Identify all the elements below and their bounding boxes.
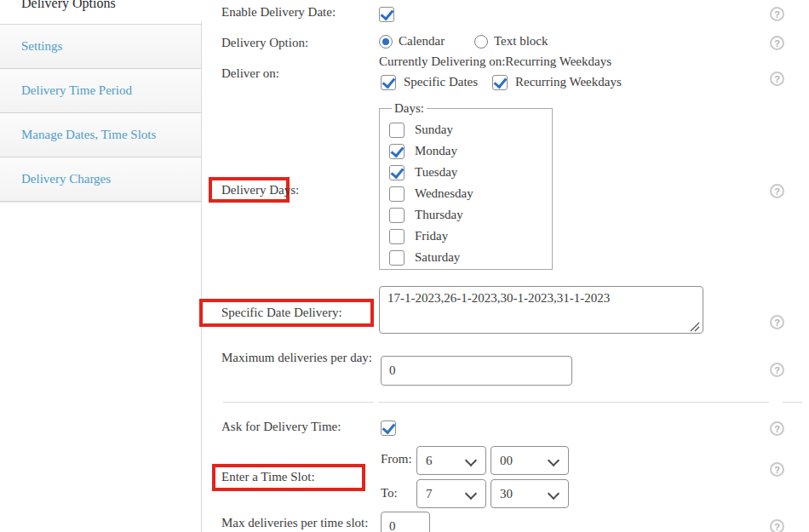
monday-checkbox[interactable] — [389, 144, 404, 159]
day-row: Monday — [388, 142, 552, 163]
day-row: Thursday — [388, 206, 552, 227]
enter-a-time-slot-label: Enter a Time Slot: — [221, 469, 379, 485]
resize-grip-icon[interactable] — [690, 322, 700, 332]
to-minute-value: 30 — [500, 487, 513, 501]
chevron-down-icon — [465, 455, 477, 466]
from-hour-select[interactable]: 6 — [416, 446, 486, 475]
help-icon[interactable]: ? — [770, 72, 784, 86]
enable-delivery-date-label: Enable Delivery Date: — [221, 4, 379, 20]
help-icon[interactable]: ? — [770, 315, 784, 329]
sidebar-tabs: Settings Delivery Time Period Manage Dat… — [0, 24, 201, 202]
help-icon[interactable]: ? — [770, 36, 784, 50]
friday-checkbox[interactable] — [389, 229, 404, 244]
help-icon[interactable]: ? — [770, 519, 784, 532]
delivery-option-label: Delivery Option: — [221, 35, 379, 51]
specific-dates-checkbox-label: Specific Dates — [404, 75, 478, 89]
days-group: Days: Sunday Monday Tuesday Wednesday Th… — [379, 101, 553, 270]
day-row: Tuesday — [388, 163, 552, 185]
section-divider — [379, 402, 769, 403]
recurring-weekdays-checkbox-label: Recurring Weekdays — [515, 75, 622, 89]
tuesday-checkbox[interactable] — [389, 165, 404, 180]
calendar-radio-label: Calendar — [399, 34, 445, 49]
help-icon[interactable]: ? — [770, 7, 784, 21]
thursday-label: Thursday — [415, 208, 463, 222]
ask-for-delivery-time-label: Ask for Delivery Time: — [221, 419, 379, 435]
specific-dates-checkbox[interactable] — [381, 75, 396, 90]
friday-label: Friday — [415, 229, 448, 243]
sidebar-divider — [201, 21, 202, 532]
help-icon[interactable]: ? — [770, 363, 784, 377]
day-row: Wednesday — [388, 185, 552, 206]
text-block-radio[interactable] — [474, 35, 488, 49]
wednesday-label: Wednesday — [415, 186, 473, 201]
specific-date-delivery-label: Specific Date Delivery: — [221, 305, 392, 321]
day-row: Sunday — [388, 121, 552, 142]
recurring-weekdays-checkbox[interactable] — [492, 75, 508, 90]
saturday-label: Saturday — [415, 250, 460, 265]
to-minute-select[interactable]: 30 — [491, 479, 569, 508]
section-divider — [223, 402, 373, 403]
monday-label: Monday — [415, 144, 457, 158]
chevron-down-icon — [548, 455, 559, 466]
section-divider — [783, 402, 802, 403]
ask-for-delivery-time-checkbox[interactable] — [381, 420, 396, 436]
help-icon[interactable]: ? — [770, 421, 784, 436]
saturday-checkbox[interactable] — [389, 250, 404, 266]
help-icon[interactable]: ? — [770, 462, 784, 477]
tuesday-label: Tuesday — [415, 165, 457, 180]
chevron-down-icon — [548, 488, 559, 500]
max-deliveries-per-day-label: Maximum deliveries per day: — [221, 347, 379, 369]
day-row: Saturday — [388, 249, 552, 270]
from-minute-select[interactable]: 00 — [491, 446, 569, 475]
to-hour-value: 7 — [426, 487, 433, 501]
help-icon[interactable]: ? — [770, 184, 784, 198]
thursday-checkbox[interactable] — [389, 208, 404, 223]
chevron-down-icon — [465, 488, 477, 500]
sidebar-item-settings[interactable]: Settings — [0, 25, 201, 69]
currently-delivering-status: Currently Delivering on:Recurring Weekda… — [379, 54, 611, 69]
text-block-radio-label: Text block — [494, 34, 548, 49]
sidebar-item-delivery-time-period[interactable]: Delivery Time Period — [0, 69, 201, 113]
sidebar-item-manage-dates-time-slots[interactable]: Manage Dates, Time Slots — [0, 113, 201, 157]
max-deliveries-per-time-slot-input[interactable] — [381, 512, 430, 532]
day-row: Friday — [388, 227, 552, 249]
deliver-on-label: Deliver on: — [221, 66, 379, 82]
days-group-legend: Days: — [392, 101, 427, 116]
calendar-radio[interactable] — [379, 35, 393, 49]
sunday-label: Sunday — [415, 123, 453, 137]
from-minute-value: 00 — [500, 454, 513, 468]
specific-dates-textarea[interactable]: 17-1-2023,26-1-2023,30-1-2023,31-1-2023 — [379, 286, 703, 334]
wednesday-checkbox[interactable] — [389, 186, 404, 202]
sunday-checkbox[interactable] — [389, 123, 404, 138]
enable-delivery-date-checkbox[interactable] — [379, 7, 394, 22]
to-hour-select[interactable]: 7 — [416, 479, 486, 508]
from-label: From: — [381, 452, 412, 466]
max-deliveries-per-time-slot-label: Max deliveries per time slot: — [221, 515, 368, 531]
to-label: To: — [381, 486, 398, 501]
page-title: Delivery Options — [21, 0, 116, 11]
delivery-settings-page: Delivery Options Settings Delivery Time … — [0, 0, 809, 532]
max-deliveries-per-day-input[interactable] — [381, 356, 572, 386]
sidebar-item-delivery-charges[interactable]: Delivery Charges — [0, 157, 201, 202]
delivery-days-label: Delivery Days: — [221, 182, 379, 198]
from-hour-value: 6 — [426, 454, 433, 468]
